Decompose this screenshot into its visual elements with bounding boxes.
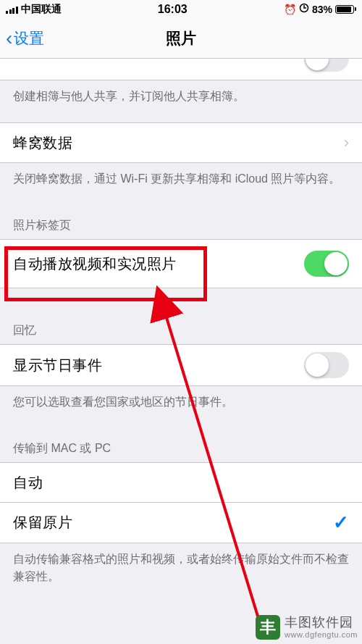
carrier-label: 中国联通 <box>21 3 62 16</box>
settings-content[interactable]: 创建相簿与他人共享，并订阅他人共享相簿。 蜂窝数据 › 关闭蜂窝数据，通过 Wi… <box>0 59 362 644</box>
autoplay-label: 自动播放视频和实况照片 <box>13 254 177 274</box>
autoplay-toggle[interactable] <box>304 251 349 277</box>
automatic-cell[interactable]: 自动 <box>0 462 362 503</box>
memories-header: 回忆 <box>0 288 362 344</box>
photo-tabs-header: 照片标签页 <box>0 205 362 239</box>
autoplay-cell[interactable]: 自动播放视频和实况照片 <box>0 239 362 288</box>
status-right: ⏰ 83% <box>284 3 356 15</box>
nav-bar: ‹ 设置 照片 <box>0 18 362 59</box>
keep-originals-cell[interactable]: 保留原片 ✓ <box>0 503 362 543</box>
watermark: 丰 丰图软件园 www.dgfengtu.com <box>256 615 358 640</box>
checkmark-icon: ✓ <box>333 511 349 534</box>
chevron-left-icon: ‹ <box>6 28 12 49</box>
battery-icon <box>335 5 356 14</box>
cellular-footer: 关闭蜂窝数据，通过 Wi-Fi 更新共享相簿和 iCloud 照片等内容。 <box>0 163 362 205</box>
shared-albums-toggle[interactable] <box>304 59 349 72</box>
status-bar: 中国联通 16:03 ⏰ 83% <box>0 0 362 18</box>
battery-percent: 83% <box>312 4 332 15</box>
watermark-logo-icon: 丰 <box>256 615 280 640</box>
shared-albums-toggle-cell[interactable] <box>0 59 362 80</box>
keep-originals-label: 保留原片 <box>13 513 72 532</box>
signal-bars-icon <box>6 5 18 14</box>
automatic-label: 自动 <box>13 473 43 493</box>
transfer-footer: 自动传输兼容格式的照片和视频，或者始终传输原始文件而不检查兼容性。 <box>0 543 362 603</box>
page-title: 照片 <box>166 28 196 49</box>
cellular-data-cell[interactable]: 蜂窝数据 › <box>0 122 362 163</box>
holidays-footer: 您可以选取查看您国家或地区的节日事件。 <box>0 386 362 428</box>
status-time: 16:03 <box>62 3 284 16</box>
holiday-events-cell[interactable]: 显示节日事件 <box>0 344 362 386</box>
holiday-events-toggle[interactable] <box>304 352 349 378</box>
cellular-data-label: 蜂窝数据 <box>13 133 72 153</box>
back-label: 设置 <box>14 28 44 49</box>
watermark-url: www.dgfengtu.com <box>285 630 358 639</box>
alarm-icon: ⏰ <box>284 4 296 15</box>
chevron-right-icon: › <box>344 133 349 152</box>
status-left: 中国联通 <box>6 3 62 16</box>
watermark-name: 丰图软件园 <box>285 616 358 630</box>
holiday-events-label: 显示节日事件 <box>13 356 102 375</box>
transfer-header: 传输到 MAC 或 PC <box>0 428 362 462</box>
shared-albums-footer: 创建相簿与他人共享，并订阅他人共享相簿。 <box>0 80 362 122</box>
rotation-lock-icon <box>299 3 309 15</box>
back-button[interactable]: ‹ 设置 <box>6 28 44 49</box>
